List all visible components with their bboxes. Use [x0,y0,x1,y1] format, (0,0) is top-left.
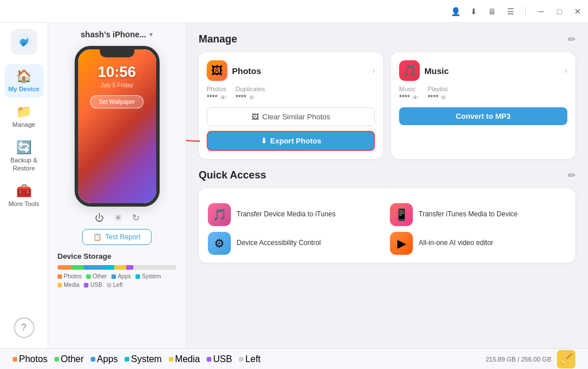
device-header: shash’s iPhone... ▾ [81,30,153,39]
titlebar-divider [525,7,526,16]
storage-seg-photos [57,265,72,270]
legend-system: System [136,273,161,279]
storage-seg-media [114,265,126,270]
quick-access-title: Quick Access [199,169,266,181]
bottom-legend-other: Other [55,354,84,364]
quick-item-transfer-device-media[interactable]: 🎵 Transfer Device Media to iTunes [208,203,384,226]
bottom-bar: Photos Other Apps System Media USB Left … [0,348,588,369]
quick-item-ai-video-editor[interactable]: ▶ All-in-one AI video editor [390,232,566,255]
storage-seg-system [105,265,115,270]
brightness-icon[interactable]: ✳ [114,212,122,223]
set-wallpaper-button[interactable]: Set Wallpaper [90,95,143,108]
quick-label: Transfer iTunes Media to Device [419,210,518,219]
sidebar-item-label: Manage [13,121,36,129]
legend-other: Other [86,273,107,279]
quick-access-edit-icon[interactable]: ✏ [568,170,575,181]
home-icon: 🏠 [16,69,32,84]
quick-item-transfer-itunes-media[interactable]: 📱 Transfer iTunes Media to Device [390,203,566,226]
legend-dot-usb [84,283,88,288]
export-photos-button[interactable]: ⬇ Export Photos [207,131,375,151]
menu-icon[interactable]: ☰ [505,6,516,17]
legend-media: Media [57,282,79,288]
close-button[interactable]: ✕ [572,6,583,17]
manage-cards: 🖼 Photos › Photos **** 👁 [199,52,575,159]
sidebar-item-label: My Device [9,86,40,93]
legend-photos: Photos [57,273,82,279]
test-report-button[interactable]: 📋 Test Report [82,229,151,245]
stat-playlist: Playlist **** 👁 [428,86,448,102]
storage-title: Device Storage [57,252,176,261]
content-area: shash’s iPhone... ▾ 10:56 July 5 Friday … [48,23,588,348]
power-icon[interactable]: ⏻ [95,213,104,223]
user-icon[interactable]: 👤 [450,6,461,17]
quick-access-card: 🎵 Transfer Device Media to iTunes 📱 Tran… [199,188,575,263]
manage-edit-icon[interactable]: ✏ [568,34,575,45]
display-icon[interactable]: 🖥 [486,6,498,17]
storage-size-text: 215.89 GB / 256.00 GB [486,356,551,363]
sidebar-item-label: More Tools [9,200,40,208]
quick-label: Transfer Device Media to iTunes [237,210,336,219]
minimize-button[interactable]: ─ [535,6,547,17]
stat-photos: Photos **** 👁 [207,86,226,102]
bottom-legend-usb: USB [207,354,232,364]
backup-icon: 🔄 [16,140,32,155]
legend-dot-other [86,274,91,279]
bottom-legend-apps: Apps [91,354,118,364]
eye-icon-2: 👁 [249,94,255,101]
phone-mockup: 10:56 July 5 Friday Set Wallpaper [75,46,160,207]
legend-dot-photos [57,274,62,279]
legend-dot-media [57,283,62,288]
clipboard-icon: 📋 [93,233,102,241]
convert-to-mp3-button[interactable]: Convert to MP3 [399,107,567,125]
maximize-button[interactable]: □ [554,6,565,17]
quick-access-grid: 🎵 Transfer Device Media to iTunes 📱 Tran… [208,203,566,255]
bottom-legend-system: System [125,354,161,364]
device-transfer-icon: 📱 [390,203,413,226]
sidebar-item-more-tools[interactable]: 🧰 More Tools [5,179,44,212]
quick-label: All-in-one AI video editor [419,239,493,248]
download-icon[interactable]: ⬇ [468,6,479,17]
music-card-arrow[interactable]: › [564,66,567,75]
photos-card-actions: 🖼 Clear Similar Photos [207,107,375,151]
photos-card-arrow[interactable]: › [372,66,375,75]
sidebar-item-label: Backup &Restore [10,157,37,172]
photos-card-stats: Photos **** 👁 Duplicates **** 👁 [207,86,375,102]
main-panel: Manage ✏ 🖼 Photos › Photos [186,23,588,348]
music-card: 🎵 Music › Music **** 👁 [391,52,575,159]
tools-icon: 🧰 [16,184,32,199]
broom-icon: 🧹 [560,353,572,366]
quick-item-accessibility[interactable]: ⚙ Device Accessibility Control [208,232,384,255]
music-card-actions: Convert to MP3 [399,107,567,125]
device-storage-section: Device Storage Photos [57,252,176,288]
sidebar-item-my-device[interactable]: 🏠 My Device [5,64,44,98]
legend-dot-left [107,283,111,288]
storage-bar [57,265,176,270]
sidebar-item-manage[interactable]: 📁 Manage [5,100,44,133]
bottom-legend-photos: Photos [13,354,48,364]
storage-seg-usb [126,265,133,270]
titlebar: 👤 ⬇ 🖥 ☰ ─ □ ✕ [0,0,588,23]
sidebar: 🏠 My Device 📁 Manage 🔄 Backup &Restore 🧰… [0,23,48,348]
eye-icon: 👁 [220,94,226,101]
music-icon-title: 🎵 Music [399,60,449,81]
quick-access-header: Quick Access ✏ [199,169,575,181]
manage-section-header: Manage ✏ [199,33,575,45]
music-card-stats: Music **** 👁 Playlist **** 👁 [399,86,567,102]
device-dropdown-chevron[interactable]: ▾ [149,30,153,38]
refresh-icon[interactable]: ↻ [132,212,140,223]
arrow-annotation [186,130,206,153]
help-button[interactable]: ? [14,317,34,338]
sidebar-item-backup-restore[interactable]: 🔄 Backup &Restore [5,135,44,176]
phone-controls: ⏻ ✳ ↻ [95,212,140,223]
photos-card-top: 🖼 Photos › [207,60,375,81]
music-card-icon: 🎵 [399,60,420,81]
phone-notch [100,49,134,57]
clear-similar-photos-button[interactable]: 🖼 Clear Similar Photos [207,107,375,126]
broom-button[interactable]: 🧹 [557,350,575,368]
music-card-title: Music [424,66,449,76]
legend-usb: USB [84,282,102,288]
clear-icon: 🖼 [252,112,259,121]
music-card-top: 🎵 Music › [399,60,567,81]
bottom-storage-legend: Photos Other Apps System Media USB Left [13,354,261,364]
folder-icon: 📁 [16,104,32,119]
